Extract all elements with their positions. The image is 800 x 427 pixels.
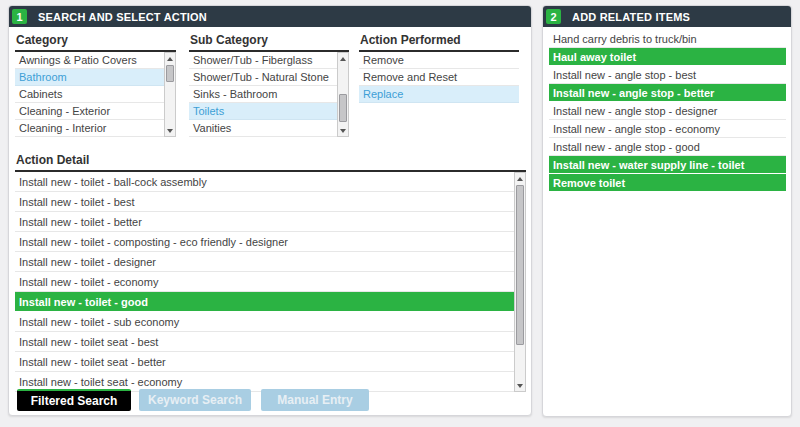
related-item[interactable]: Hand carry debris to truck/bin: [549, 30, 786, 48]
scrollbar-down-icon[interactable]: [338, 125, 348, 136]
subcategory-list: Shower/Tub - FiberglassShower/Tub - Natu…: [189, 52, 349, 137]
category-item[interactable]: Bathroom: [15, 69, 164, 86]
page-background: { "colors": { "accent_green": "#2bb343",…: [0, 0, 800, 427]
action-detail-item[interactable]: Install new - toilet seat - best: [15, 332, 514, 352]
subcategory-column: Sub Category Shower/Tub - FiberglassShow…: [189, 31, 349, 137]
keyword-search-button[interactable]: Keyword Search: [139, 389, 251, 411]
action-performed-list: RemoveRemove and ResetReplace: [359, 52, 519, 103]
action-performed-item[interactable]: Remove: [359, 52, 519, 69]
related-item[interactable]: Haul away toilet: [549, 48, 786, 66]
category-item[interactable]: Cleaning - Interior: [15, 120, 164, 137]
step-2-badge: 2: [546, 9, 561, 24]
action-detail-label: Action Detail: [15, 151, 526, 172]
subcategory-item[interactable]: Shower/Tub - Fiberglass: [189, 52, 337, 69]
related-item[interactable]: Install new - angle stop - best: [549, 66, 786, 84]
filtered-search-button[interactable]: Filtered Search: [17, 389, 131, 411]
scrollbar-down-icon[interactable]: [515, 380, 525, 391]
action-detail-item[interactable]: Install new - toilet - better: [15, 212, 514, 232]
subcategory-label: Sub Category: [189, 31, 349, 52]
add-related-items-panel: 2 ADD RELATED ITEMS Hand carry debris to…: [542, 5, 792, 417]
add-related-title: ADD RELATED ITEMS: [572, 11, 690, 23]
category-item[interactable]: Awnings & Patio Covers: [15, 52, 164, 69]
action-detail-scrollbar[interactable]: [514, 172, 526, 392]
action-detail-item[interactable]: Install new - toilet - composting - eco …: [15, 232, 514, 252]
action-performed-item[interactable]: Replace: [359, 86, 519, 103]
subcategory-item[interactable]: Toilets: [189, 103, 337, 120]
action-detail-item[interactable]: Install new - toilet - best: [15, 192, 514, 212]
related-item[interactable]: Install new - water supply line - toilet: [549, 156, 786, 174]
action-detail-section: Action Detail Install new - toilet - bal…: [15, 151, 526, 392]
action-detail-item[interactable]: Install new - toilet - good: [15, 292, 514, 312]
add-related-header: 2 ADD RELATED ITEMS: [543, 6, 791, 27]
scrollbar-up-icon[interactable]: [165, 53, 175, 64]
scrollbar-up-icon[interactable]: [338, 53, 348, 64]
category-column: Category Awnings & Patio CoversBathroomC…: [15, 31, 176, 137]
action-performed-column: Action Performed RemoveRemove and ResetR…: [359, 31, 519, 103]
category-item[interactable]: Cleaning - Exterior: [15, 103, 164, 120]
search-select-title: SEARCH AND SELECT ACTION: [38, 11, 207, 23]
manual-entry-button[interactable]: Manual Entry: [261, 389, 369, 411]
category-scrollbar[interactable]: [164, 52, 176, 137]
action-performed-label: Action Performed: [359, 31, 519, 52]
action-detail-item[interactable]: Install new - toilet - designer: [15, 252, 514, 272]
scrollbar-up-icon[interactable]: [515, 173, 525, 184]
related-item[interactable]: Install new - angle stop - designer: [549, 102, 786, 120]
action-detail-item[interactable]: Install new - toilet - sub economy: [15, 312, 514, 332]
action-detail-item[interactable]: Install new - toilet - ball-cock assembl…: [15, 172, 514, 192]
action-detail-item[interactable]: Install new - toilet seat - better: [15, 352, 514, 372]
step-1-badge: 1: [12, 9, 27, 24]
category-label: Category: [15, 31, 176, 52]
related-item[interactable]: Install new - angle stop - good: [549, 138, 786, 156]
subcategory-scrollbar[interactable]: [337, 52, 349, 137]
related-item[interactable]: Install new - angle stop - better: [549, 84, 786, 102]
subcategory-item[interactable]: Shower/Tub - Natural Stone: [189, 69, 337, 86]
related-item[interactable]: Remove toilet: [549, 174, 786, 192]
scrollbar-thumb[interactable]: [166, 65, 174, 82]
search-select-panel: 1 SEARCH AND SELECT ACTION Category Awni…: [8, 5, 532, 416]
scrollbar-down-icon[interactable]: [165, 125, 175, 136]
category-list: Awnings & Patio CoversBathroomCabinetsCl…: [15, 52, 176, 137]
related-items-list: Hand carry debris to truck/binHaul away …: [549, 30, 786, 192]
category-item[interactable]: Cabinets: [15, 86, 164, 103]
action-performed-item[interactable]: Remove and Reset: [359, 69, 519, 86]
search-select-header: 1 SEARCH AND SELECT ACTION: [9, 6, 531, 27]
subcategory-item[interactable]: Sinks - Bathroom: [189, 86, 337, 103]
action-detail-list: Install new - toilet - ball-cock assembl…: [15, 172, 526, 392]
scrollbar-thumb[interactable]: [339, 94, 347, 122]
scrollbar-thumb[interactable]: [516, 185, 524, 345]
action-detail-item[interactable]: Install new - toilet - economy: [15, 272, 514, 292]
subcategory-item[interactable]: Vanities: [189, 120, 337, 137]
related-item[interactable]: Install new - angle stop - economy: [549, 120, 786, 138]
